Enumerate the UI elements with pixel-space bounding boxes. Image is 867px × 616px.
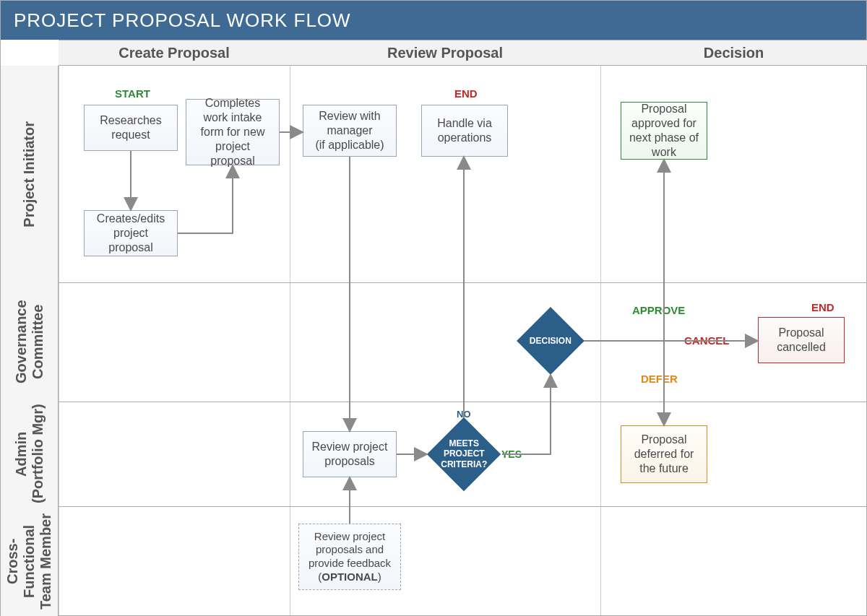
label-end: END — [454, 87, 478, 100]
col-header-review: Review Proposal — [290, 40, 600, 66]
node-deferred: Proposal deferred for the future — [621, 425, 707, 483]
label-start: START — [115, 87, 150, 100]
col-sep-1 — [290, 40, 290, 615]
label-end2: END — [811, 301, 834, 313]
row-sep-3 — [1, 506, 866, 507]
node-decision: DECISION — [517, 307, 584, 374]
lane-header-admin: Admin (Portfolio Mgr) — [1, 402, 59, 506]
workflow-diagram: PROJECT PROPOSAL WORK FLOW Create Propos… — [0, 0, 867, 616]
col-header-create: Create Proposal — [59, 40, 290, 66]
node-criteria: MEETS PROJECT CRITERIA? — [427, 417, 501, 491]
node-review-mgr: Review with manager (if applicable) — [303, 105, 397, 157]
title-bar: PROJECT PROPOSAL WORK FLOW — [1, 1, 866, 40]
lane-header-initiator: Project Initiator — [1, 66, 59, 282]
row-sep-2 — [1, 402, 866, 402]
node-research: Researches request — [84, 105, 178, 151]
col-sep-2 — [600, 40, 601, 615]
col-header-decision: Decision — [600, 40, 867, 66]
label-yes: YES — [501, 448, 522, 460]
lane-header-governance: Governance Committee — [1, 282, 59, 402]
node-creates: Creates/edits project proposal — [84, 210, 178, 256]
node-review-proj: Review project proposals — [303, 431, 397, 477]
label-approve: APPROVE — [632, 304, 685, 316]
label-cancel: CANCEL — [684, 334, 730, 347]
row-sep-1 — [1, 282, 866, 283]
node-handle-ops: Handle via operations — [421, 105, 508, 157]
col-sep-lane — [59, 40, 59, 615]
lane-header-cross: Cross-Functional Team Member — [1, 506, 59, 616]
label-defer: DEFER — [641, 373, 678, 385]
node-approved: Proposal approved for next phase of work — [621, 102, 707, 160]
node-intake: Completes work intake form for new proje… — [186, 99, 280, 165]
node-cancelled: Proposal cancelled — [758, 317, 845, 363]
node-cross-review: Review project proposals and provide fee… — [298, 524, 401, 590]
diagram-title: PROJECT PROPOSAL WORK FLOW — [14, 9, 351, 32]
